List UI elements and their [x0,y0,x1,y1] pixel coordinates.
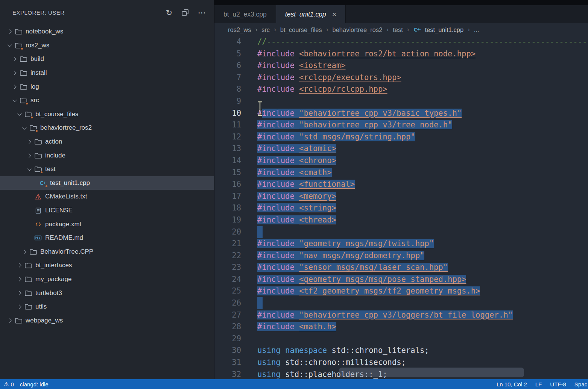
line-number[interactable]: 21 [214,238,241,250]
code-line-11[interactable]: 11#include "behaviortree_cpp_v3/tree_nod… [214,119,588,131]
tree-item-test[interactable]: test [0,162,214,176]
code-line-6[interactable]: 6#include <iostream> [214,60,588,72]
line-number[interactable]: 17 [214,191,241,203]
tree-item-install[interactable]: install [0,66,214,80]
code-line-28[interactable]: 28#include <math.h> [214,321,588,333]
line-number[interactable]: 27 [214,309,241,321]
tree-item-behaviortree_ros2[interactable]: behaviortree_ros2 [0,121,214,135]
chevron-right-icon[interactable] [16,303,23,310]
code-line-23[interactable]: 23#include "sensor_msgs/msg/laser_scan.h… [214,262,588,274]
line-number[interactable]: 31 [214,357,241,369]
chevron-down-icon[interactable] [6,42,14,49]
tree-item-test_unit1.cpp[interactable]: C++test_unit1.cpp [0,176,214,190]
eol-indicator[interactable]: LF [535,381,542,387]
code-line-15[interactable]: 15#include <cmath> [214,167,588,179]
collapse-folders-icon[interactable] [182,9,188,15]
line-number[interactable]: 5 [214,48,241,60]
breadcrumb-item-bt_course_files[interactable]: bt_course_files [280,26,322,33]
tree-item-include[interactable]: include [0,148,214,162]
chevron-right-icon[interactable] [6,317,14,324]
chevron-right-icon[interactable] [21,248,28,256]
line-number[interactable]: 4 [214,36,241,48]
line-number[interactable]: 23 [214,262,241,274]
line-number[interactable]: 26 [214,297,241,309]
code-line-17[interactable]: 17#include <memory> [214,191,588,203]
code-line-29[interactable]: 29 [214,333,588,345]
tree-item-webpage_ws[interactable]: webpage_ws [0,313,214,327]
line-number[interactable]: 13 [214,143,241,155]
refresh-icon[interactable]: ↻ [166,9,172,17]
line-number[interactable]: 28 [214,321,241,333]
line-number[interactable]: 16 [214,179,241,191]
code-line-24[interactable]: 24#include <geometry_msgs/msg/pose_stamp… [214,274,588,286]
tree-item-BehaviorTree.CPP[interactable]: BehaviorTree.CPP [0,245,214,259]
tree-item-ros2_ws[interactable]: ros2_ws [0,39,214,53]
close-icon[interactable]: × [332,11,337,18]
code-line-22[interactable]: 22#include "nav_msgs/msg/odometry.hpp" [214,250,588,262]
line-number[interactable]: 25 [214,285,241,297]
code-line-30[interactable]: 30using namespace std::chrono_literals; [214,345,588,357]
code-line-19[interactable]: 19#include <thread> [214,214,588,226]
tree-item-notebook_ws[interactable]: notebook_ws [0,25,214,39]
code-line-18[interactable]: 18#include <string> [214,202,588,214]
breadcrumb-more[interactable]: ... [474,26,479,33]
chevron-right-icon[interactable] [16,275,23,283]
chevron-right-icon[interactable] [26,152,33,159]
chevron-right-icon[interactable] [26,138,33,145]
breadcrumb-item-file[interactable]: test_unit1.cpp [425,26,463,33]
code-line-26[interactable]: 26 [214,297,588,309]
line-number[interactable]: 8 [214,83,241,95]
tree-item-CMakeLists.txt[interactable]: CMakeLists.txt [0,190,214,204]
code-line-9[interactable]: 9 [214,95,588,107]
line-number[interactable]: 22 [214,250,241,262]
line-number[interactable]: 20 [214,226,241,238]
code-line-10[interactable]: 10#include "behaviortree_cpp_v3/basic_ty… [214,107,588,120]
tab-test_unit1.cpp[interactable]: test_unit1.cpp× [276,5,346,23]
breadcrumb-item-src[interactable]: src [261,26,270,33]
chevron-down-icon[interactable] [16,110,23,118]
tree-item-turtlebot3[interactable]: turtlebot3 [0,286,214,300]
code-line-7[interactable]: 7#include <rclcpp/executors.hpp> [214,72,588,84]
code-line-4[interactable]: 4//-------------------------------------… [214,36,588,48]
breadcrumb-item-test[interactable]: test [393,26,403,33]
tree-item-bt_interfaces[interactable]: bt_interfaces [0,259,214,272]
line-number[interactable]: 12 [214,131,241,143]
chevron-right-icon[interactable] [16,289,23,297]
chevron-right-icon[interactable] [16,262,23,269]
chevron-right-icon[interactable] [11,69,18,77]
chevron-right-icon[interactable] [11,83,18,91]
line-number[interactable]: 10 [214,107,241,120]
code-area[interactable]: 4//-------------------------------------… [214,36,588,379]
line-number[interactable]: 11 [214,119,241,131]
chevron-down-icon[interactable] [26,165,33,173]
code-line-25[interactable]: 25#include <tf2_geometry_msgs/tf2_geomet… [214,285,588,297]
tree-item-log[interactable]: log [0,80,214,94]
line-number[interactable]: 14 [214,155,241,167]
line-number[interactable]: 19 [214,214,241,226]
line-number[interactable]: 6 [214,60,241,72]
line-number[interactable]: 32 [214,369,241,379]
horizontal-scrollbar[interactable] [339,368,524,377]
tree-item-bt_course_files[interactable]: bt_course_files [0,107,214,121]
cursor-position-indicator[interactable]: Ln 10, Col 2 [497,381,527,387]
code-line-20[interactable]: 20 [214,226,588,238]
code-line-16[interactable]: 16#include <functional> [214,179,588,191]
tree-item-package.xml[interactable]: package.xml [0,217,214,231]
line-number[interactable]: 18 [214,202,241,214]
breadcrumb-item-behaviortree_ros2[interactable]: behaviortree_ros2 [332,26,382,33]
code-line-5[interactable]: 5#include <behaviortree_ros2/bt_action_n… [214,48,588,60]
line-number[interactable]: 30 [214,345,241,357]
chevron-down-icon[interactable] [21,124,28,132]
code-line-14[interactable]: 14#include <chrono> [214,155,588,167]
clangd-status[interactable]: clangd: idle [20,381,49,387]
code-line-21[interactable]: 21#include "geometry_msgs/msg/twist.hpp" [214,238,588,250]
tree-item-README.md[interactable]: README.md [0,231,214,245]
tree-item-my_package[interactable]: my_package [0,272,214,286]
line-number[interactable]: 9 [214,95,241,107]
tree-item-LICENSE[interactable]: LICENSE [0,204,214,218]
tree-item-utils[interactable]: utils [0,300,214,314]
tree-item-action[interactable]: action [0,135,214,149]
code-line-8[interactable]: 8#include <rclcpp/rclcpp.hpp> [214,83,588,95]
tree-item-src[interactable]: src [0,94,214,107]
more-actions-icon[interactable]: ⋯ [198,9,206,17]
